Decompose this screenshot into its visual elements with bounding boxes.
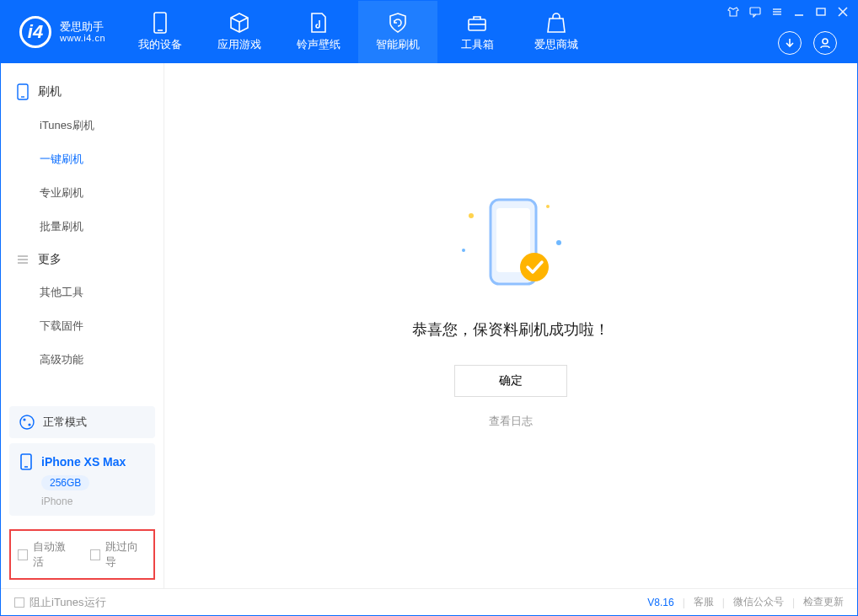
- brand-url: www.i4.cn: [60, 33, 105, 43]
- success-message: 恭喜您，保资料刷机成功啦！: [412, 319, 609, 340]
- refresh-shield-icon: [387, 12, 409, 34]
- header: i4 爱思助手 www.i4.cn 我的设备 应用游戏: [1, 1, 857, 63]
- svg-point-20: [28, 423, 30, 426]
- footer-divider: |: [683, 597, 685, 608]
- sidebar-item-other-tools[interactable]: 其他工具: [1, 276, 164, 309]
- checkbox-icon: [14, 597, 24, 608]
- body: 刷机 iTunes刷机 一键刷机 专业刷机 批量刷机 更多 其他工具 下载固件 …: [1, 63, 857, 588]
- mode-label: 正常模式: [43, 415, 87, 430]
- sidebar-section-label: 刷机: [38, 84, 62, 99]
- bag-icon: [545, 12, 567, 34]
- cube-icon: [228, 12, 250, 34]
- checkbox-block-itunes[interactable]: 阻止iTunes运行: [14, 595, 106, 610]
- footer-divider: |: [722, 597, 725, 608]
- music-file-icon: [308, 12, 330, 34]
- tab-ringtone[interactable]: 铃声壁纸: [279, 1, 358, 63]
- svg-point-12: [823, 39, 828, 44]
- tab-label: 我的设备: [138, 37, 182, 52]
- tab-label: 应用游戏: [217, 37, 261, 52]
- tab-label: 铃声壁纸: [297, 37, 341, 52]
- download-button[interactable]: [778, 31, 802, 55]
- account-button[interactable]: [813, 31, 837, 55]
- list-icon: [16, 253, 29, 266]
- sidebar-item-itunes[interactable]: iTunes刷机: [1, 109, 164, 142]
- tab-toolbox[interactable]: 工具箱: [437, 1, 517, 63]
- sidebar-scroll: 刷机 iTunes刷机 一键刷机 专业刷机 批量刷机 更多 其他工具 下载固件 …: [1, 63, 164, 406]
- tab-flash[interactable]: 智能刷机: [358, 1, 437, 63]
- mode-icon: [19, 415, 35, 430]
- checkbox-icon: [18, 549, 28, 560]
- svg-rect-9: [817, 8, 825, 15]
- ok-button[interactable]: 确定: [454, 365, 567, 397]
- device-card[interactable]: iPhone XS Max 256GB iPhone: [9, 443, 155, 516]
- svg-point-25: [520, 253, 549, 281]
- feedback-icon[interactable]: [749, 6, 761, 18]
- tab-store[interactable]: 爱思商城: [517, 1, 596, 63]
- device-name: iPhone XS Max: [41, 455, 126, 469]
- app-window: i4 爱思助手 www.i4.cn 我的设备 应用游戏: [0, 0, 858, 616]
- footer-link-cs[interactable]: 客服: [694, 595, 714, 609]
- bottom-options-highlight: 自动激活 跳过向导: [9, 529, 155, 580]
- device-row: iPhone XS Max: [19, 453, 145, 470]
- toolbox-icon: [466, 12, 488, 34]
- maximize-icon[interactable]: [815, 6, 827, 18]
- checkbox-icon: [90, 549, 100, 560]
- device-storage-badge: 256GB: [41, 475, 89, 490]
- view-log-link[interactable]: 查看日志: [489, 414, 533, 429]
- svg-rect-4: [750, 8, 760, 14]
- tab-label: 智能刷机: [376, 37, 420, 52]
- svg-point-18: [20, 415, 34, 429]
- sidebar-section-more: 更多: [1, 244, 164, 276]
- footer-link-update[interactable]: 检查更新: [803, 595, 844, 609]
- sidebar-section-flash: 刷机: [1, 75, 164, 109]
- logo: i4 爱思助手 www.i4.cn: [1, 16, 121, 48]
- checkbox-auto-activate[interactable]: 自动激活: [18, 539, 75, 570]
- tab-mydevice[interactable]: 我的设备: [121, 1, 200, 63]
- header-actions: [778, 31, 837, 55]
- menu-icon[interactable]: [771, 6, 783, 18]
- shirt-icon[interactable]: [727, 6, 739, 18]
- svg-point-19: [23, 418, 25, 420]
- tab-label: 爱思商城: [534, 37, 578, 52]
- sidebar-section-label: 更多: [38, 252, 62, 267]
- close-icon[interactable]: [837, 6, 849, 18]
- version-label: V8.16: [647, 597, 673, 608]
- footer-link-wechat[interactable]: 微信公众号: [733, 595, 784, 609]
- tab-label: 工具箱: [461, 37, 494, 52]
- footer-left: 阻止iTunes运行: [14, 595, 106, 610]
- main-panel: 恭喜您，保资料刷机成功啦！ 确定 查看日志: [164, 63, 857, 588]
- sidebar-item-batch[interactable]: 批量刷机: [1, 210, 164, 244]
- sidebar-item-advanced[interactable]: 高级功能: [1, 343, 164, 377]
- minimize-icon[interactable]: [793, 6, 805, 18]
- checkbox-label: 自动激活: [33, 539, 74, 570]
- window-controls: [727, 6, 849, 18]
- mode-bar[interactable]: 正常模式: [9, 406, 155, 438]
- device-type: iPhone: [41, 495, 145, 507]
- checkbox-label: 跳过向导: [105, 539, 147, 570]
- tab-apps[interactable]: 应用游戏: [200, 1, 279, 63]
- brand-text: 爱思助手 www.i4.cn: [60, 21, 105, 43]
- success-illustration: [435, 190, 587, 299]
- sidebar-item-onekey[interactable]: 一键刷机: [1, 142, 164, 176]
- footer-right: V8.16 | 客服 | 微信公众号 | 检查更新: [647, 595, 844, 609]
- sidebar: 刷机 iTunes刷机 一键刷机 专业刷机 批量刷机 更多 其他工具 下载固件 …: [1, 63, 164, 588]
- sidebar-item-download-firmware[interactable]: 下载固件: [1, 309, 164, 343]
- sidebar-item-pro[interactable]: 专业刷机: [1, 176, 164, 210]
- checkbox-label: 阻止iTunes运行: [29, 595, 106, 610]
- phone-small-icon: [16, 83, 29, 100]
- header-tabs: 我的设备 应用游戏 铃声壁纸 智能刷机: [121, 1, 596, 63]
- device-icon: [19, 453, 33, 470]
- logo-icon: i4: [19, 16, 51, 48]
- checkbox-skip-wizard[interactable]: 跳过向导: [90, 539, 147, 570]
- phone-icon: [149, 12, 171, 34]
- phone-success-icon: [435, 190, 587, 299]
- footer: 阻止iTunes运行 V8.16 | 客服 | 微信公众号 | 检查更新: [1, 588, 857, 615]
- brand-name: 爱思助手: [60, 21, 105, 33]
- footer-divider: |: [792, 597, 795, 608]
